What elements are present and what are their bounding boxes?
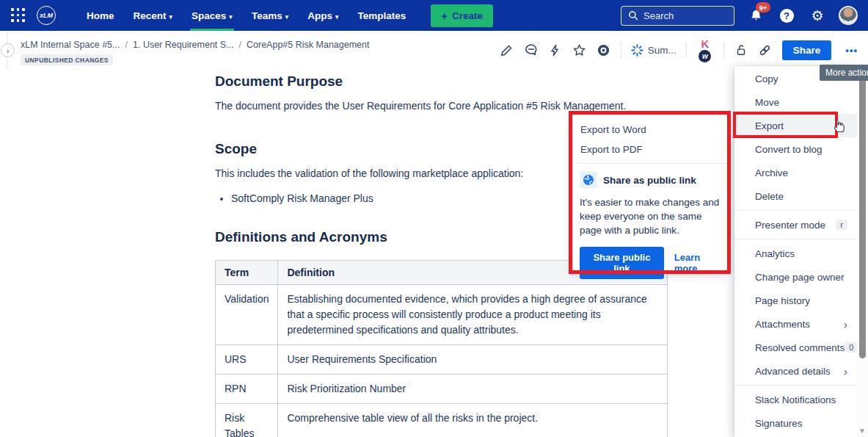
globe-icon <box>580 171 597 189</box>
link-icon <box>758 43 772 57</box>
navbar-left: xLM Home Recent▾ Spaces▾ Teams▾ Apps▾ Te… <box>10 1 493 30</box>
column-header-term: Term <box>216 261 278 285</box>
top-navbar: xLM Home Recent▾ Spaces▾ Teams▾ Apps▾ Te… <box>0 0 868 31</box>
menu-item-export[interactable]: Export <box>734 114 858 137</box>
term-cell: Risk Tables <box>216 404 278 437</box>
chevron-right-icon: › <box>844 366 847 377</box>
nav-item-apps[interactable]: Apps▾ <box>300 1 346 30</box>
menu-item-convert-to-blog[interactable]: Convert to blog <box>734 137 858 161</box>
caret-down-icon: ▾ <box>335 13 339 21</box>
eye-icon <box>597 43 610 57</box>
toolbar-divider <box>723 42 724 58</box>
sidebar-expand-button[interactable]: › <box>1 43 15 57</box>
menu-item-signatures[interactable]: Signatures <box>734 411 858 435</box>
definition-cell: Risk Prioritization Number <box>278 375 668 404</box>
toolbar-divider <box>621 42 621 58</box>
nav-item-templates[interactable]: Templates <box>350 1 413 30</box>
menu-item-delete[interactable]: Delete <box>734 184 858 208</box>
breadcrumb: xLM Internal Space #5... / 1. User Requi… <box>21 40 369 50</box>
term-cell: URS <box>216 345 278 375</box>
caret-down-icon: ▾ <box>285 13 289 21</box>
table-row: RPN Risk Prioritization Number <box>216 375 668 404</box>
learn-more-link[interactable]: Learn more <box>674 252 721 274</box>
breadcrumb-parent[interactable]: 1. User Requirement S... <box>133 40 234 50</box>
notifications-button[interactable]: 9+ <box>746 6 765 25</box>
share-as-public-link-title: Share as public link <box>603 175 696 186</box>
nav-menu: Home Recent▾ Spaces▾ Teams▾ Apps▾ Templa… <box>79 1 413 30</box>
scrollbar-thumb[interactable] <box>859 68 866 358</box>
menu-item-attachments[interactable]: Attachments › <box>734 312 858 336</box>
export-to-pdf-item[interactable]: Export to PDF <box>573 140 727 159</box>
edit-button[interactable] <box>500 43 514 57</box>
shortcut-badge: r <box>836 220 847 230</box>
restrictions-button[interactable] <box>734 43 748 57</box>
breadcrumb-space[interactable]: xLM Internal Space #5... <box>21 40 120 50</box>
reactions-button[interactable] <box>548 43 563 57</box>
w-app-icon[interactable]: w <box>699 50 711 62</box>
nav-item-recent[interactable]: Recent▾ <box>126 1 180 30</box>
menu-item-presenter-mode[interactable]: Presenter mode r <box>734 213 858 236</box>
definition-cell: User Requirements Specification <box>278 345 668 375</box>
flyout-divider <box>573 163 727 164</box>
toolbar-divider <box>686 42 687 58</box>
copy-link-button[interactable] <box>758 43 773 57</box>
table-row: Risk Tables Comprehensive table view of … <box>216 404 668 437</box>
export-submenu: Export to Word Export to PDF Share as pu… <box>573 115 727 270</box>
page-toolbar: Sum... K w Share ••• <box>500 38 862 62</box>
share-public-link-button[interactable]: Share public link <box>580 247 664 279</box>
watch-button[interactable] <box>597 43 611 57</box>
more-actions-menu: Copy Move Export Convert to blog Archive… <box>734 66 858 437</box>
unlock-icon <box>734 43 748 57</box>
unpublished-changes-badge: UNPUBLISHED CHANGES <box>21 54 113 65</box>
menu-divider <box>734 210 858 211</box>
definition-cell: Establishing documented evidence, which … <box>278 285 668 345</box>
breadcrumb-separator: / <box>125 40 128 50</box>
nav-item-home[interactable]: Home <box>79 1 122 30</box>
help-icon: ? <box>780 9 794 23</box>
table-row: URS User Requirements Specification <box>216 345 668 375</box>
more-actions-tooltip: More actions <box>820 65 868 81</box>
definition-cell: Comprehensive table view of all the risk… <box>278 404 668 437</box>
scroll-down-arrow-icon[interactable]: ▼ <box>858 427 866 435</box>
k-app-icon[interactable]: K <box>701 38 709 49</box>
comment-icon <box>524 43 539 57</box>
notifications-badge: 9+ <box>756 2 770 12</box>
create-button[interactable]: + Create <box>431 4 493 27</box>
favorite-button[interactable] <box>572 43 587 57</box>
settings-button[interactable]: ⚙ <box>808 6 827 25</box>
menu-divider <box>734 239 858 239</box>
menu-item-resolved-comments[interactable]: Resolved comments 0 <box>734 336 858 359</box>
app-switcher-icon[interactable] <box>10 7 26 24</box>
menu-item-archive[interactable]: Archive <box>734 161 858 184</box>
search-box[interactable] <box>621 6 734 26</box>
menu-item-move[interactable]: Move <box>734 90 858 114</box>
nav-item-teams[interactable]: Teams▾ <box>244 1 296 30</box>
export-to-word-item[interactable]: Export to Word <box>573 120 727 140</box>
share-button[interactable]: Share <box>782 40 832 60</box>
xlm-logo[interactable]: xLM <box>37 6 56 25</box>
menu-item-page-history[interactable]: Page history <box>734 289 858 312</box>
breadcrumb-page[interactable]: CoreApp#5 Risk Management <box>247 40 369 50</box>
nav-item-spaces[interactable]: Spaces▾ <box>184 1 240 30</box>
ai-summarize-button[interactable]: Sum... <box>631 44 676 57</box>
definitions-table: Term Definition Validation Establishing … <box>215 260 668 437</box>
page-header-bar: › xLM Internal Space #5... / 1. User Req… <box>0 31 868 70</box>
menu-item-slack-notifications[interactable]: Slack Notifications <box>734 388 858 411</box>
help-button[interactable]: ? <box>777 6 796 25</box>
pencil-icon <box>500 43 514 57</box>
menu-item-advanced-details[interactable]: Advanced details › <box>734 359 858 383</box>
chevron-right-icon: › <box>7 46 10 55</box>
navbar-right: 9+ ? ⚙ <box>621 6 858 26</box>
star-icon <box>572 43 586 57</box>
comment-button[interactable] <box>524 43 539 57</box>
count-badge: 0 <box>845 342 858 353</box>
ai-sparkle-icon <box>631 44 643 57</box>
user-avatar[interactable] <box>839 6 858 25</box>
search-input[interactable] <box>643 10 724 21</box>
application-window: xLM Home Recent▾ Spaces▾ Teams▾ Apps▾ Te… <box>0 0 868 437</box>
term-cell: Validation <box>216 285 278 345</box>
page-scrollbar[interactable]: ▼ <box>857 62 868 437</box>
menu-item-analytics[interactable]: Analytics <box>734 242 858 265</box>
menu-item-change-page-owner[interactable]: Change page owner <box>734 265 858 289</box>
more-actions-button[interactable]: ••• <box>841 42 862 59</box>
